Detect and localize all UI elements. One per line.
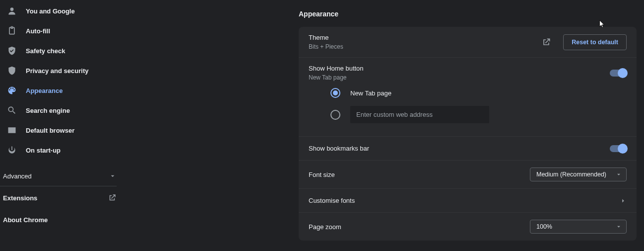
page-zoom-title: Page zoom [309, 223, 530, 231]
extensions-label: Extensions [3, 194, 37, 202]
reset-theme-button[interactable]: Reset to default [563, 34, 627, 50]
home-radio-custom-row [309, 102, 627, 127]
page-title: Appearance [299, 10, 338, 18]
theme-title: Theme [309, 34, 541, 41]
chevron-down-icon [109, 172, 117, 180]
bookmarks-row: Show bookmarks bar [299, 137, 637, 161]
home-radio-new-tab[interactable] [330, 88, 340, 98]
svg-point-0 [10, 7, 14, 11]
browser-icon [7, 125, 17, 135]
sidebar-extensions[interactable]: Extensions [0, 186, 122, 209]
page-zoom-row: Page zoom 100% [299, 213, 637, 241]
sidebar-item-privacy[interactable]: Privacy and security [0, 61, 122, 81]
sidebar-item-label: Safety check [26, 47, 65, 55]
appearance-panel: Theme Bits + Pieces Reset to default Sho… [299, 27, 637, 241]
sidebar-item-appearance[interactable]: Appearance [0, 81, 122, 100]
sidebar-item-label: Privacy and security [26, 67, 88, 75]
settings-sidebar: You and Google Auto-fill Safety check Pr… [0, 0, 122, 251]
caret-down-icon [615, 223, 622, 230]
font-size-select[interactable]: Medium (Recommended) [530, 167, 627, 181]
open-in-new-icon[interactable] [541, 37, 551, 47]
chevron-right-icon [620, 197, 627, 204]
sidebar-about[interactable]: About Chrome [0, 209, 122, 231]
sidebar-item-label: You and Google [26, 7, 75, 15]
sidebar-item-label: On start-up [26, 147, 61, 154]
sidebar-item-label: Auto-fill [26, 27, 50, 35]
sidebar-item-label: Appearance [26, 87, 63, 94]
home-button-toggle[interactable] [610, 70, 627, 77]
caret-down-icon [615, 171, 622, 178]
sidebar-item-autofill[interactable]: Auto-fill [0, 21, 122, 41]
sidebar-advanced[interactable]: Advanced [0, 166, 122, 186]
page-zoom-select[interactable]: 100% [530, 220, 627, 234]
theme-subtitle: Bits + Pieces [309, 43, 541, 50]
customise-fonts-row[interactable]: Customise fonts [299, 189, 637, 213]
sidebar-item-label: Search engine [26, 107, 70, 114]
sidebar-item-safety-check[interactable]: Safety check [0, 41, 122, 61]
shield-icon [7, 66, 17, 76]
bookmarks-title: Show bookmarks bar [309, 145, 610, 152]
font-size-value: Medium (Recommended) [536, 171, 606, 178]
customise-fonts-title: Customise fonts [309, 197, 620, 204]
sidebar-item-on-startup[interactable]: On start-up [0, 140, 122, 160]
theme-row: Theme Bits + Pieces Reset to default [299, 27, 637, 58]
home-button-options: New Tab page [299, 84, 637, 137]
home-radio-new-tab-row: New Tab page [309, 84, 627, 102]
search-icon [7, 105, 17, 115]
power-icon [7, 145, 17, 155]
palette-icon [7, 85, 17, 95]
font-size-row: Font size Medium (Recommended) [299, 161, 637, 189]
person-icon [7, 6, 17, 16]
open-in-new-icon [108, 193, 117, 202]
bookmarks-toggle[interactable] [610, 145, 627, 152]
home-subtitle: New Tab page [309, 74, 610, 81]
home-radio-new-tab-label: New Tab page [350, 89, 391, 97]
sidebar-item-label: Default browser [26, 127, 74, 134]
shield-check-icon [7, 46, 17, 56]
page-zoom-value: 100% [536, 223, 552, 230]
clipboard-icon [7, 26, 17, 36]
sidebar-item-search-engine[interactable]: Search engine [0, 100, 122, 120]
about-label: About Chrome [3, 216, 48, 224]
home-custom-address-input[interactable] [350, 106, 489, 123]
home-title: Show Home button [309, 65, 610, 72]
sidebar-item-default-browser[interactable]: Default browser [0, 120, 122, 140]
font-size-title: Font size [309, 171, 530, 178]
home-radio-custom[interactable] [330, 110, 340, 120]
home-button-row: Show Home button New Tab page [299, 58, 637, 84]
settings-main: Appearance Theme Bits + Pieces Reset to … [122, 0, 644, 251]
sidebar-item-you-and-google[interactable]: You and Google [0, 1, 122, 21]
advanced-label: Advanced [3, 172, 32, 180]
